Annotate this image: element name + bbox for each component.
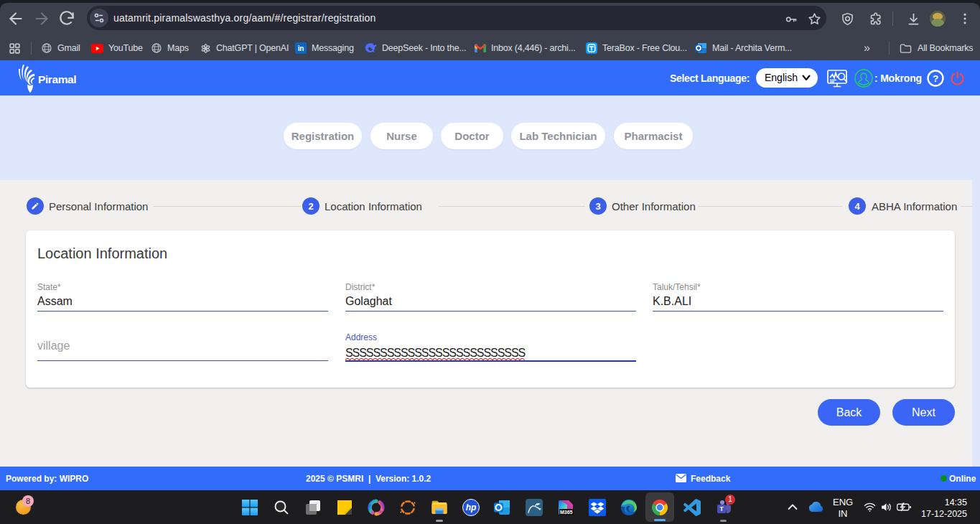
svg-text:?: ?	[933, 73, 938, 84]
svg-text:T: T	[719, 505, 724, 513]
svg-text:in: in	[298, 45, 304, 52]
